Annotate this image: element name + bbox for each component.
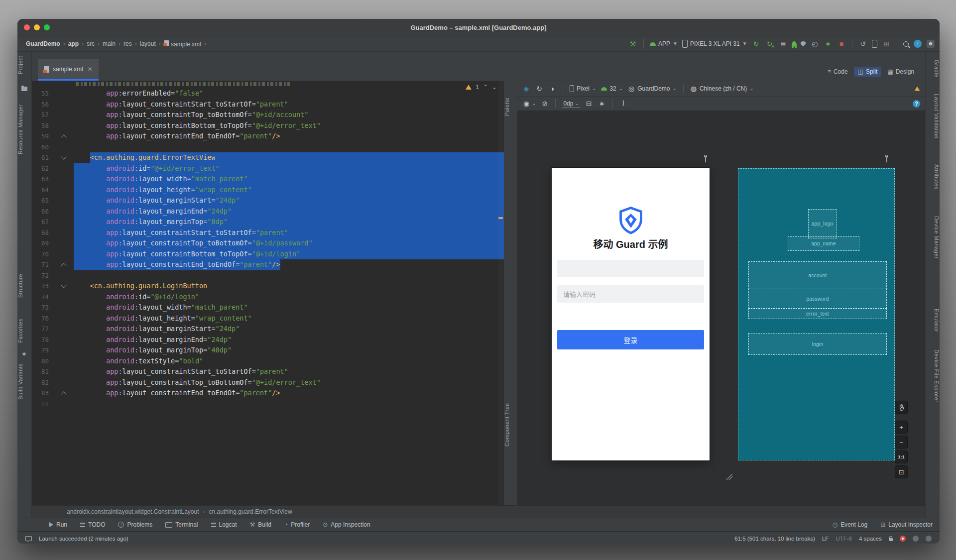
code-line-60[interactable]: 60 [32, 142, 504, 153]
crumb-GuardDemo[interactable]: GuardDemo [25, 40, 61, 48]
debug-icon[interactable] [792, 41, 796, 46]
code-line-58[interactable]: 58 app:layout_constraintBottom_toTopOf="… [32, 120, 504, 131]
file-encoding[interactable]: UTF-8 [836, 536, 852, 542]
code-line-63[interactable]: 63 android:layout_width="match_parent" [32, 174, 504, 185]
profile-low-overhead-icon[interactable]: ∗ [824, 40, 833, 48]
account-input[interactable] [557, 260, 704, 277]
locale-dropdown[interactable]: ◍ Chinese (zh / CN) ⌄ [690, 85, 754, 93]
search-everywhere-icon[interactable] [903, 41, 909, 47]
stripe-item-layout-validation[interactable]: Layout Validation [926, 94, 940, 138]
toolwindow-layout-inspector[interactable]: ⊞Layout Inspector [880, 521, 933, 528]
stripe-item-attributes[interactable]: Attributes [926, 164, 940, 189]
component-tree-tab[interactable]: Component Tree [504, 385, 517, 464]
code-line-55[interactable]: 55 app:errorEnabled="false" [32, 88, 504, 99]
hardware-config-wrench-icon[interactable] [702, 154, 709, 163]
code-line-67[interactable]: 67 android:layout_marginTop="8dp" [32, 217, 504, 227]
code-line-74[interactable]: 74 android:id="@+id/login" [32, 292, 504, 303]
stripe-item-device-manager[interactable]: Device Manager [926, 216, 940, 259]
prev-issue-icon[interactable]: ⌃ [483, 85, 488, 89]
blueprint-surface[interactable]: app_logo app_name account password error… [738, 168, 895, 460]
stripe-item-emulator[interactable]: Emulator [926, 309, 940, 332]
code-line-70[interactable]: 70 app:layout_constraintBottom_toTopOf="… [32, 249, 504, 260]
mode-split[interactable]: ◫Split [854, 67, 882, 77]
night-mode-icon[interactable]: ◑ [548, 85, 556, 93]
design-canvas[interactable]: 移动 Guard 示例 请输入密码 登录 app_logo app_name [517, 111, 925, 505]
code-line-75[interactable]: 75 android:layout_width="match_parent" [32, 302, 504, 313]
device-dropdown[interactable]: PIXEL 3 XL API 31 ▼ [682, 40, 747, 48]
crumb-layout[interactable]: layout [139, 40, 157, 48]
stripe-item-resource-manager[interactable]: Resource Manager [17, 105, 31, 154]
device-manager-icon[interactable] [872, 40, 877, 48]
blueprint-app-name[interactable]: app_name [788, 236, 859, 251]
code-line-76[interactable]: 76 android:layout_height="wrap_content" [32, 313, 504, 324]
zoom-out-button[interactable]: − [895, 436, 908, 448]
blueprint-password[interactable]: password [748, 289, 887, 309]
line-ending[interactable]: LF [822, 536, 829, 542]
toolwindow-app-inspection[interactable]: ⊙App Inspection [323, 521, 370, 528]
indent-style[interactable]: 4 spaces [859, 536, 882, 542]
orientation-icon[interactable]: ↻ [535, 85, 543, 93]
hardware-config-wrench-icon[interactable] [883, 154, 890, 163]
tab-sample-xml[interactable]: sample.xml ✕ [38, 59, 99, 81]
code-line-77[interactable]: 77 android:layout_marginStart="24dp" [32, 324, 504, 335]
zoom-to-fit-button[interactable]: ⊡ [895, 465, 908, 478]
code-line-82[interactable]: 82 app:layout_constraintTop_toBottomOf="… [32, 377, 504, 388]
feedback-icon[interactable] [913, 536, 919, 542]
next-issue-icon[interactable]: ⌄ [492, 85, 497, 89]
code-editor[interactable]: 55 app:errorEnabled="false"56 app:layout… [32, 81, 504, 505]
zoom-window-button[interactable] [44, 24, 50, 30]
text-baseline-icon[interactable]: I [619, 100, 627, 108]
blueprint-app-logo[interactable]: app_logo [808, 209, 836, 238]
code-line-64[interactable]: 64 android:layout_height="wrap_content" [32, 185, 504, 196]
code-line-83[interactable]: 83 app:layout_constraintEnd_toEndOf="par… [32, 388, 504, 399]
toolwindow-logcat[interactable]: Logcat [211, 521, 237, 528]
code-line-72[interactable]: 72 [32, 270, 504, 281]
code-line-80[interactable]: 80 android:textStyle="bold" [32, 356, 504, 367]
profile-list-icon[interactable]: ≣ [779, 40, 788, 48]
stripe-item-device-file-explorer[interactable]: Device File Explorer [926, 349, 940, 402]
blueprint-error-text[interactable]: error_text [748, 309, 887, 319]
crumb-src[interactable]: src [86, 40, 96, 48]
blueprint-login[interactable]: login [748, 333, 887, 355]
render-warning-icon[interactable] [915, 87, 920, 91]
code-line-73[interactable]: 73 <cn.authing.guard.LoginButton [32, 281, 504, 292]
fold-marker-icon[interactable] [61, 154, 66, 159]
apply-code-changes-icon[interactable]: ↻A [765, 39, 774, 49]
error-notification-icon[interactable] [900, 536, 906, 542]
stop-icon[interactable]: ■ [837, 40, 846, 48]
close-window-button[interactable] [24, 24, 30, 30]
mode-code[interactable]: ≡Code [824, 67, 852, 77]
gradle-sync-icon[interactable]: ↺ [858, 40, 867, 48]
resize-handle[interactable] [725, 473, 733, 481]
notifications-icon[interactable] [926, 536, 932, 542]
code-line-84[interactable]: 84 [32, 399, 504, 410]
toolwindow-switcher-icon[interactable] [25, 536, 32, 541]
help-icon[interactable]: ? [913, 100, 920, 108]
xml-crumb-1[interactable]: cn.authing.guard.ErrorTextView [209, 508, 292, 515]
password-input[interactable]: 请输入密码 [557, 285, 704, 303]
view-options-icon[interactable]: ◉ [522, 100, 530, 108]
code-line-71[interactable]: 71 app:layout_constraintEnd_toEndOf="par… [32, 259, 504, 270]
readonly-lock-icon[interactable] [889, 538, 893, 541]
code-line-65[interactable]: 65 android:layout_marginStart="24dp" [32, 195, 504, 206]
login-button[interactable]: 登录 [557, 330, 704, 349]
toolwindow-event-log[interactable]: ◷Event Log [833, 521, 868, 528]
theme-dropdown[interactable]: ◎ GuardDemo ⌄ [628, 85, 677, 93]
rerun-app-icon[interactable]: ↻ [752, 40, 761, 48]
toolwindow-build[interactable]: ⚒Build [250, 521, 271, 528]
code-line-78[interactable]: 78 android:layout_marginEnd="24dp" [32, 335, 504, 345]
crumb-app[interactable]: app [67, 40, 80, 48]
build-hammer-icon[interactable]: ⚒ [628, 40, 637, 48]
device-for-preview-dropdown[interactable]: Pixel ⌄ [570, 85, 596, 92]
xml-crumb-0[interactable]: androidx.constraintlayout.widget.Constra… [67, 508, 199, 515]
crumb-main[interactable]: main [102, 40, 117, 48]
minimize-window-button[interactable] [34, 24, 40, 30]
mode-design[interactable]: ▦Design [883, 67, 918, 77]
profiler-icon[interactable]: ◴ [810, 40, 819, 48]
code-line-66[interactable]: 66 android:layout_marginEnd="24dp" [32, 206, 504, 217]
default-margin-dropdown[interactable]: 0dp ⌄ [562, 100, 580, 108]
design-preview-surface[interactable]: 移动 Guard 示例 请输入密码 登录 [552, 168, 710, 460]
code-line-68[interactable]: 68 app:layout_constraintStart_toStartOf=… [32, 227, 504, 238]
toolwindow-todo[interactable]: TODO [80, 521, 105, 528]
code-line-57[interactable]: 57 app:layout_constraintTop_toBottomOf="… [32, 110, 504, 120]
